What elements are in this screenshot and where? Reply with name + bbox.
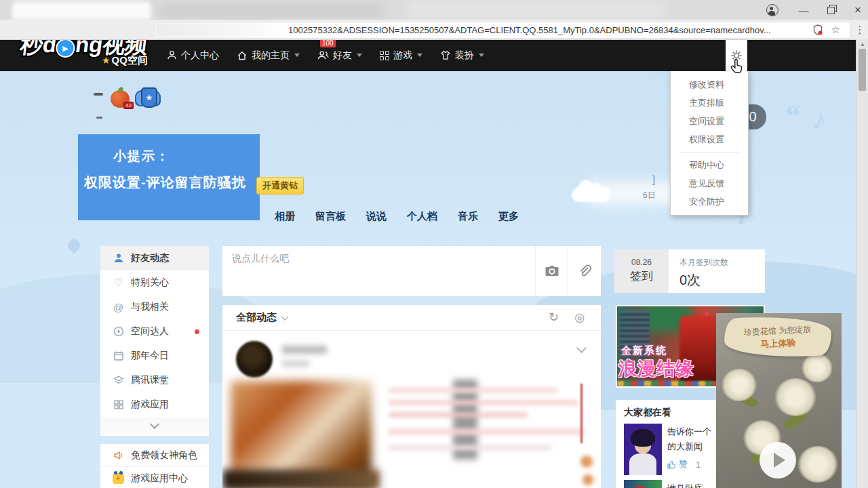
browser-chrome: — × 1002575332&ADSESSION=1535250507&ADTA… — [0, 0, 868, 39]
attach-link-button[interactable] — [568, 246, 601, 296]
flower — [774, 378, 816, 416]
chevron-down-icon — [150, 420, 159, 429]
sidebar-extra-panel: 免费领女神角色 + 游戏应用中心 — [100, 444, 209, 488]
menu-item-permission-settings[interactable]: 权限设置 — [671, 130, 748, 148]
sidebar-item-game-app-center[interactable]: + 游戏应用中心 — [100, 467, 209, 488]
grid-icon — [380, 51, 389, 60]
tab-profile[interactable]: 个人档 — [407, 210, 437, 223]
quote-doodle: “ — [785, 98, 801, 134]
browser-tab-blur — [407, 3, 665, 18]
browser-tab-blur — [159, 3, 383, 18]
like-count: 1 — [696, 460, 701, 470]
post-menu-chevron-icon[interactable] — [576, 343, 587, 354]
sidebar-item-special-care[interactable]: ♡ 特别关心 — [100, 270, 209, 295]
feed-settings-icon[interactable]: ◎ — [574, 310, 585, 325]
menu-item-feedback[interactable]: 意见反馈 — [671, 174, 748, 192]
menu-item-help-center[interactable]: 帮助中心 — [671, 156, 748, 174]
blurred-username — [282, 346, 327, 354]
nav-games[interactable]: 游戏 — [380, 49, 422, 62]
sidebar-expand-button[interactable] — [100, 417, 209, 434]
bracket-text: ] — [652, 174, 655, 185]
close-button[interactable]: × — [846, 2, 868, 18]
minimize-button[interactable]: — — [792, 2, 815, 18]
nav-personal-center[interactable]: 个人中心 — [167, 49, 219, 62]
refresh-icon[interactable]: ↻ — [549, 310, 559, 325]
level-apple-badge: 42 — [111, 90, 130, 108]
sidebar-item-game-apps[interactable]: 游戏应用 — [100, 392, 209, 417]
nav-label: 装扮 — [455, 49, 474, 62]
ad-title: 浪漫结缘 — [618, 357, 694, 381]
composer-input[interactable]: 说点儿什么吧 — [232, 253, 289, 265]
cloud-icon — [572, 187, 611, 202]
nav-my-homepage[interactable]: 我的主页 — [237, 49, 300, 62]
settings-dropdown-menu: 修改资料 主页排版 空间设置 权限设置 帮助中心 意见反馈 安全防护 — [670, 71, 749, 216]
trending-item-text[interactable]: 告诉你一个 — [667, 426, 711, 438]
sidebar-item-label: 空间达人 — [131, 325, 169, 338]
add-photo-button[interactable] — [535, 246, 568, 296]
like-button[interactable]: 赞 1 — [667, 458, 701, 470]
sidebar-item-label: 特别关心 — [131, 277, 169, 289]
sidebar-item-tencent-classroom[interactable]: 腾讯课堂 — [100, 368, 209, 392]
browser-tab-blur — [12, 1, 151, 20]
tab-shuoshuo[interactable]: 说说 — [366, 210, 387, 223]
sidebar-item-label: 好友动态 — [131, 252, 169, 264]
layers-icon — [113, 375, 124, 386]
shield-icon[interactable] — [813, 24, 823, 38]
sidebar-item-that-year-today[interactable]: 那年今日 — [100, 344, 209, 368]
nav-label: 好友 — [333, 49, 352, 62]
nav-friends[interactable]: 100 好友 — [317, 49, 362, 62]
nav-decorate[interactable]: 装扮 — [440, 49, 484, 62]
account-icon — [766, 4, 778, 16]
calendar-icon — [113, 350, 124, 362]
sidebar-item-free-goddess-role[interactable]: 免费领女神角色 — [100, 444, 209, 467]
menu-divider — [679, 152, 740, 152]
trending-thumbnail[interactable] — [624, 424, 662, 475]
tab-more[interactable]: 更多 — [498, 210, 519, 223]
heart-icon: ♥ — [704, 309, 709, 319]
browser-menu-icon[interactable]: ⋮ — [853, 22, 867, 38]
menu-item-space-settings[interactable]: 空间设置 — [671, 112, 748, 130]
restore-icon — [827, 7, 835, 14]
scrollbar[interactable]: ▲ — [856, 39, 868, 488]
bookmark-star-icon[interactable]: ☆ — [831, 24, 840, 36]
flower — [802, 354, 833, 382]
browser-profile-button[interactable] — [761, 2, 784, 18]
video-tip-overlay: 小提示： 权限设置-评论留言防骚扰 — [78, 134, 260, 220]
chevron-down-icon — [479, 54, 484, 57]
nav-label: 我的主页 — [252, 49, 290, 62]
tip-title: 小提示： — [113, 148, 170, 165]
address-bar[interactable]: 1002575332&ADSESSION=1535250507&ADTAG=CL… — [155, 22, 850, 39]
play-button[interactable] — [760, 442, 796, 479]
blurred-red-line — [580, 384, 583, 443]
sidebar: 好友动态 ♡ 特别关心 @ 与我相关 空间达人 那年今日 腾讯课 — [100, 246, 209, 436]
trending-item-text[interactable]: 的大新闻 — [667, 441, 703, 453]
restore-button[interactable] — [819, 2, 842, 18]
menu-item-homepage-layout[interactable]: 主页排版 — [671, 94, 748, 112]
camera-icon — [544, 263, 560, 279]
tab-albums[interactable]: 相册 — [275, 210, 295, 223]
sidebar-item-zone-master[interactable]: 空间达人 — [100, 319, 209, 344]
sidebar-item-related-to-me[interactable]: @ 与我相关 — [100, 295, 209, 319]
nav-label: 个人中心 — [181, 49, 219, 62]
open-yellow-diamond-button[interactable]: 开通黄钻 — [256, 177, 304, 195]
url-blur — [155, 22, 288, 38]
feed-filter[interactable]: 全部动态 — [236, 311, 277, 324]
signin-widget[interactable]: 08.26 签到 本月签到次数 0次 — [614, 249, 765, 293]
video-ad-overlay[interactable]: 珍贵花馆 为您绽放 马上体验 — [716, 313, 842, 488]
blurred-text-line — [389, 428, 584, 435]
scrollbar-up-arrow[interactable]: ▲ — [856, 41, 868, 47]
tab-message-board[interactable]: 留言板 — [315, 210, 346, 223]
menu-item-security[interactable]: 安全防护 — [671, 192, 748, 211]
trending-item-text[interactable]: 谁是卧底.. — [667, 483, 707, 488]
profile-tab-bar: 相册 留言板 说说 个人档 音乐 更多 — [275, 210, 519, 223]
blurred-text-line — [389, 445, 551, 451]
scrollbar-thumb[interactable] — [859, 49, 866, 91]
post-composer: 说点儿什么吧 — [222, 246, 601, 296]
chevron-down-icon — [417, 54, 422, 57]
tip-body: 权限设置-评论留言防骚扰 — [84, 174, 246, 192]
trending-thumbnail[interactable] — [624, 480, 662, 488]
sidebar-item-friend-feeds[interactable]: 好友动态 — [100, 246, 209, 270]
signin-button[interactable]: 08.26 签到 — [614, 249, 669, 293]
ad-headline: 全新系统 — [621, 344, 667, 357]
tab-music[interactable]: 音乐 — [458, 210, 478, 223]
